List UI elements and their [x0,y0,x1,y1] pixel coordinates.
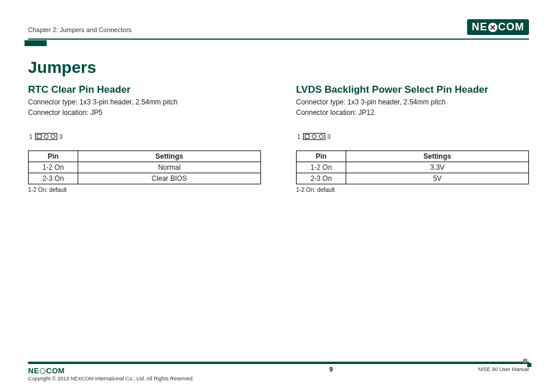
nexcom-logo-icon: NE COM [467,19,529,35]
footer-left: NE COM Copyright © 2013 NEXCOM Internati… [28,366,215,382]
td-pin: 2-3 On [29,173,78,184]
header-tab-icon [25,40,47,46]
pin-start-label: 1 [297,134,301,140]
logo-text-right: COM [498,21,524,33]
left-column: RTC Clear Pin Header Connector type: 1x3… [28,84,261,193]
td-pin: 2-3 On [297,173,346,184]
th-pin: Pin [297,151,346,162]
pin-header-icon [303,133,325,140]
pin-2-circle-icon [312,134,316,139]
logo-text-left: NE [472,21,488,33]
footnote-right: 1-2 On: default [296,187,529,193]
settings-table-right: Pin Settings 1-2 On 3.3V 2-3 On 5V [296,150,529,184]
page-title: Jumpers [28,58,529,77]
td-pin: 1-2 On [29,162,78,173]
pin-header-icon [35,133,57,140]
footer-rule [28,362,529,364]
table-header-row: Pin Settings [29,151,261,162]
td-settings: Clear BIOS [78,173,261,184]
table-row: 2-3 On Clear BIOS [29,173,261,184]
copyright-text: Copyright © 2013 NEXCOM International Co… [28,376,194,382]
table-row: 2-3 On 5V [297,173,529,184]
pin-1-square-icon [37,134,41,139]
pin-start-label: 1 [29,134,33,140]
right-column: LVDS Backlight Power Select Pin Header C… [296,84,529,193]
footer-logo-x-icon [40,368,46,374]
connector-location-right: Connector location: JP12 [296,107,529,118]
brand-logo: NE COM [467,19,529,35]
footer-logo-icon: NE COM [28,366,65,375]
pin-end-label: 3 [328,134,331,140]
settings-table-left: Pin Settings 1-2 On Normal 2-3 On Clear … [28,150,261,184]
td-settings: Normal [78,162,261,173]
chapter-label: Chapter 2: Jumpers and Connectors [28,26,131,33]
connector-type-left: Connector type: 1x3 3-pin header, 2.54mm… [28,97,261,107]
connector-type-right: Connector type: 1x3 3-pin header, 2.54mm… [296,97,529,107]
table-row: 1-2 On 3.3V [297,162,529,173]
th-settings: Settings [346,151,529,162]
td-settings: 3.3V [346,162,529,173]
footer-row: NE COM Copyright © 2013 NEXCOM Internati… [28,366,529,382]
td-settings: 5V [346,173,529,184]
footer-logo-left: NE [28,366,39,375]
footer-logo-right: COM [46,366,65,375]
section-title-left: RTC Clear Pin Header [28,84,261,96]
main-content: Jumpers RTC Clear Pin Header Connector t… [28,58,529,193]
table-row: 1-2 On Normal [29,162,261,173]
table-header-row: Pin Settings [297,151,529,162]
pin-end-label: 3 [60,134,63,140]
footer-corner-icon [523,359,531,367]
section-title-right: LVDS Backlight Power Select Pin Header [296,84,529,96]
pin-diagram-right: 1 3 [297,133,529,140]
pin-1-square-icon [305,134,309,139]
pin-3-circle-icon [51,134,55,139]
header-rule [28,38,529,40]
columns: RTC Clear Pin Header Connector type: 1x3… [28,84,529,193]
logo-x-icon [488,23,497,32]
td-pin: 1-2 On [297,162,346,173]
th-settings: Settings [78,151,261,162]
pin-3-circle-icon [319,134,323,139]
th-pin: Pin [29,151,78,162]
page-footer: NE COM Copyright © 2013 NEXCOM Internati… [28,362,529,382]
page-number: 9 [215,366,447,373]
page-header: Chapter 2: Jumpers and Connectors NE COM [28,18,529,35]
pin-diagram-left: 1 3 [29,133,261,140]
manual-name: NISE 90 User Manual [447,366,529,372]
connector-location-left: Connector location: JP5 [28,107,261,118]
pin-2-circle-icon [44,134,48,139]
footnote-left: 1-2 On: default [28,187,261,193]
